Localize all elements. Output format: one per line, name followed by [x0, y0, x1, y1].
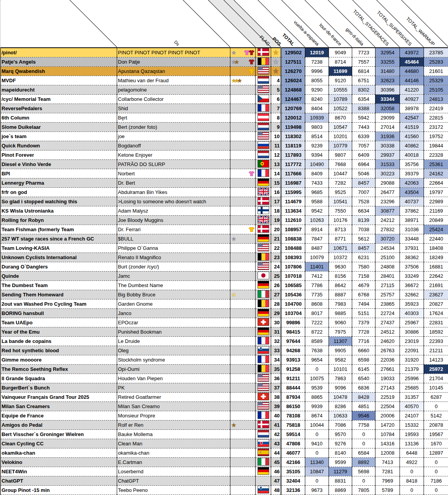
ds-cell[interactable]: Monsieur Propre — [117, 411, 230, 421]
warmup-cell[interactable]: 19797 — [424, 188, 448, 197]
supersixes-cell[interactable]: 44146 — [400, 76, 424, 85]
team-cell[interactable]: Unknown Cyclists International — [1, 253, 117, 262]
total-cell[interactable]: 47808 — [281, 439, 305, 448]
pos-cell[interactable]: 37 — [271, 383, 281, 393]
tour-cell[interactable]: 9096 — [329, 383, 352, 393]
flag-cell[interactable] — [256, 411, 271, 421]
stageraces-cell[interactable]: 31936 — [375, 132, 400, 141]
supersixes-cell[interactable]: 19593 — [400, 430, 424, 439]
total-cell[interactable]: 119498 — [281, 123, 305, 132]
total-cell[interactable]: 78108 — [281, 411, 305, 421]
awards-cell[interactable] — [230, 160, 256, 169]
awards-cell[interactable] — [230, 299, 256, 309]
giro-cell[interactable]: 7007 — [352, 188, 375, 197]
tour-cell[interactable]: 11279 — [329, 467, 352, 476]
giro-cell[interactable]: 6768 — [352, 290, 375, 299]
flag-cell[interactable] — [256, 318, 271, 327]
giro-cell[interactable]: 8302 — [352, 85, 375, 95]
giro-cell[interactable]: 0 — [352, 430, 375, 439]
supersixes-cell[interactable]: 4922 — [400, 458, 424, 467]
team-cell[interactable]: Sending Them Homeward — [1, 290, 117, 299]
stageraces-cell[interactable]: 29099 — [375, 113, 400, 123]
stageraces-cell[interactable]: 24512 — [375, 327, 400, 337]
supersixes-cell[interactable]: 40018 — [400, 151, 424, 160]
warmup-cell[interactable]: 22328 — [424, 151, 448, 160]
tour-cell[interactable]: 10633 — [329, 411, 352, 421]
awards-cell[interactable] — [230, 365, 256, 374]
warmup-cell[interactable]: 21211 — [424, 346, 448, 355]
ds-cell[interactable]: PINOT PINOT PINOT PINOT PINOT — [117, 48, 230, 57]
flag-cell[interactable] — [256, 76, 271, 85]
giro-cell[interactable]: 8428 — [352, 393, 375, 402]
warmup-cell[interactable]: 20878 — [424, 421, 448, 430]
team-cell[interactable]: okamika-chan — [1, 448, 117, 458]
vuelta-cell[interactable]: 9996 — [305, 67, 329, 76]
team-cell[interactable]: BORING hansbull — [1, 309, 117, 318]
ds-cell[interactable]: Bogdanoff — [117, 141, 230, 151]
tour-cell[interactable]: 8140 — [329, 448, 352, 458]
stageraces-cell[interactable]: 26477 — [375, 188, 400, 197]
pos-cell[interactable]: ★ — [271, 48, 281, 57]
warmup-cell[interactable]: 14123 — [424, 355, 448, 365]
tour-cell[interactable]: 9120 — [329, 76, 352, 85]
flag-cell[interactable] — [256, 281, 271, 290]
awards-cell[interactable] — [230, 272, 256, 281]
flag-cell[interactable] — [256, 402, 271, 411]
giro-cell[interactable]: 6751 — [352, 76, 375, 85]
ds-cell[interactable]: Dr. Bert — [117, 178, 230, 188]
vuelta-cell[interactable]: 10044 — [305, 421, 329, 430]
stageraces-cell[interactable]: 22504 — [375, 402, 400, 411]
total-cell[interactable]: 108838 — [281, 234, 305, 244]
supersixes-cell[interactable]: 8418 — [400, 476, 424, 486]
giro-cell[interactable]: 8457 — [352, 178, 375, 188]
team-cell[interactable]: ReversePedalers — [1, 104, 117, 113]
team-cell[interactable]: Quick Rundown — [1, 141, 117, 151]
awards-cell[interactable] — [230, 346, 256, 355]
pos-cell[interactable]: 31 — [271, 327, 281, 337]
warmup-cell[interactable]: 24813 — [424, 95, 448, 104]
stageraces-cell[interactable]: 5789 — [375, 486, 400, 495]
stageraces-cell[interactable]: 33344 — [375, 95, 400, 104]
awards-cell[interactable] — [230, 458, 256, 467]
tour-cell[interactable]: 10372 — [329, 253, 352, 262]
warmup-cell[interactable]: 19567 — [424, 430, 448, 439]
tour-cell[interactable]: 11307 — [329, 337, 352, 346]
giro-cell[interactable]: 5698 — [352, 467, 375, 476]
giro-cell[interactable]: 6409 — [352, 151, 375, 160]
vuelta-cell[interactable]: 10490 — [305, 160, 329, 169]
team-cell[interactable]: Group Pinot -15 min — [1, 486, 117, 495]
vuelta-cell[interactable]: 8865 — [305, 393, 329, 402]
team-cell[interactable]: Clean Cycling CC — [1, 439, 117, 448]
flag-cell[interactable] — [256, 178, 271, 188]
supersixes-cell[interactable]: 41519 — [400, 123, 424, 132]
stageraces-cell[interactable]: 32954 — [375, 48, 400, 57]
awards-cell[interactable]: ★★ — [230, 57, 256, 67]
giro-cell[interactable]: 6814 — [352, 67, 375, 76]
pos-cell[interactable]: 24 — [271, 262, 281, 272]
pos-cell[interactable]: 11 — [271, 141, 281, 151]
flag-cell[interactable] — [256, 346, 271, 355]
warmup-cell[interactable]: 17624 — [424, 309, 448, 318]
ds-cell[interactable]: Rolf er Ren — [117, 421, 230, 430]
ds-cell[interactable]: Stockholm syndrome — [117, 355, 230, 365]
team-cell[interactable]: KS Wisla Ustronianka — [1, 206, 117, 216]
awards-cell[interactable] — [230, 393, 256, 402]
stageraces-cell[interactable]: 22036 — [375, 355, 400, 365]
vuelta-cell[interactable]: 9685 — [305, 188, 329, 197]
giro-cell[interactable]: 0 — [352, 439, 375, 448]
giro-cell[interactable]: 5942 — [352, 113, 375, 123]
team-cell[interactable]: /cyc/ Memorial Team — [1, 95, 117, 104]
warmup-cell[interactable]: 25105 — [424, 85, 448, 95]
supersixes-cell[interactable]: 25996 — [400, 374, 424, 383]
total-cell[interactable]: 118302 — [281, 132, 305, 141]
awards-cell[interactable] — [230, 151, 256, 160]
awards-cell[interactable] — [230, 337, 256, 346]
supersixes-cell[interactable]: 38362 — [400, 253, 424, 262]
pos-cell[interactable]: 8 — [271, 113, 281, 123]
team-cell[interactable]: Patje's Angels — [1, 57, 117, 67]
total-cell[interactable]: 107806 — [281, 262, 305, 272]
warmup-cell[interactable]: 21601 — [424, 67, 448, 76]
team-cell[interactable]: Year of the Emu — [1, 327, 117, 337]
supersixes-cell[interactable]: 40927 — [400, 95, 424, 104]
giro-cell[interactable]: 6964 — [352, 160, 375, 169]
